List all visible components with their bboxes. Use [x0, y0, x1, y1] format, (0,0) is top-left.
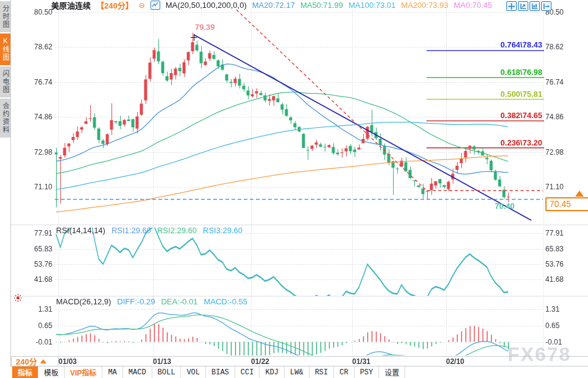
toolbar-item-ma[interactable]: MA	[102, 366, 122, 378]
scale-axis-icon[interactable]	[530, 1, 540, 11]
pan-right-icon[interactable]	[541, 1, 551, 11]
toolbar-item-lw[interactable]: LW&	[285, 366, 310, 378]
toolbar-item-bias[interactable]: BIAS	[206, 366, 235, 378]
period-label: 【240分】	[96, 0, 133, 11]
sidebar-tab-kline[interactable]: K线图	[0, 33, 10, 65]
circle-minus-icon[interactable]: ⊖	[139, 2, 145, 9]
ma100-value: MA100:73.01	[349, 1, 395, 10]
indicator-toolbar: 指标 模板 VIP指标 MA MACD BOLL VOL BIAS CCI KD…	[10, 366, 588, 378]
rsi-header: RSI(14,14,14) RSI1:29.60 RSI2:29.60 RSI3…	[56, 226, 243, 235]
macd-title: MACD(26,12,9)	[56, 297, 111, 306]
dea-value: DEA:-0.01	[161, 297, 197, 306]
macd-value: MACD:-0.55	[204, 297, 247, 306]
toolbar-item-vip-indicator[interactable]: VIP指标	[65, 366, 102, 378]
crosshair-icon[interactable]	[506, 1, 517, 11]
rsi2-value: RSI2:29.60	[157, 226, 197, 235]
chart-tool-icons	[506, 1, 551, 11]
toolbar-item-macd[interactable]: MACD	[123, 366, 152, 378]
toolbar-item-psy[interactable]: PSY	[355, 366, 380, 378]
left-tab-rail: 分时图 K线图 闪电图 合约资料	[0, 0, 11, 378]
toolbar-item-settings[interactable]: 设置	[379, 366, 405, 378]
period-selector[interactable]: 240分	[11, 357, 58, 366]
swing-high-label: 79.39	[195, 23, 215, 32]
toolbar-item-boll[interactable]: BOLL	[152, 366, 182, 378]
ma20-value: MA20:72.17	[252, 1, 295, 10]
fib-label-0382: 0.382\74.65	[500, 111, 542, 120]
current-price-tag: 70.45	[545, 197, 588, 211]
toolbar-item-vol[interactable]: VOL	[181, 366, 206, 378]
instrument-title: 美原油连续	[51, 0, 91, 11]
toolbar-item-kdj[interactable]: KDJ	[260, 366, 285, 378]
ma200-value: MA200:73.93	[401, 1, 448, 10]
rsi1-value: RSI1:29.60	[112, 226, 151, 235]
alert-icon[interactable]	[13, 293, 23, 305]
candlestick-chart-canvas[interactable]	[0, 0, 588, 378]
swing-low-label: 70.40	[495, 201, 515, 211]
sidebar-tab-contract-info[interactable]: 合约资料	[0, 99, 10, 138]
ma-formula: MA(20,50,100,200,0,0)	[166, 1, 247, 10]
diff-value: DIFF:-0.29	[117, 297, 155, 306]
period-up-arrow-icon	[40, 359, 46, 363]
fib-label-0236: 0.236\73.20	[500, 138, 542, 147]
chart-icon[interactable]	[151, 1, 160, 10]
toolbar-item-indicator[interactable]: 指标	[12, 366, 38, 378]
fib-label-0500: 0.500\75.81	[500, 89, 542, 99]
price-up-arrow-icon	[575, 191, 584, 197]
fx678-watermark: FX678	[508, 343, 571, 366]
toolbar-item-cr[interactable]: CR	[334, 366, 354, 378]
macd-header: MACD(26,12,9) DIFF:-0.29 DEA:-0.01 MACD:…	[56, 297, 247, 306]
sidebar-tab-lightning[interactable]: 闪电图	[0, 66, 10, 97]
fib-label-0618: 0.618\76.98	[500, 68, 542, 77]
rsi-title: RSI(14,14,14)	[56, 226, 105, 235]
sidebar-tab-timeshare[interactable]: 分时图	[0, 1, 10, 32]
fib-label-0764: 0.764\78.43	[500, 40, 542, 49]
ma50-value: MA50:71.99	[300, 1, 343, 10]
period-selector-label: 240分	[16, 355, 37, 367]
zoom-axis-icon[interactable]	[518, 1, 528, 11]
rsi3-value: RSI3:29.60	[203, 226, 243, 235]
chart-header: 美原油连续 【240分】 ⊖ MA(20,50,100,200,0,0) MA2…	[51, 0, 492, 10]
ma0-value: MA0:70.45	[454, 1, 492, 10]
toolbar-item-rsi[interactable]: RSI	[310, 366, 335, 378]
toolbar-item-cci[interactable]: CCI	[235, 366, 260, 378]
toolbar-item-template[interactable]: 模板	[38, 366, 65, 378]
